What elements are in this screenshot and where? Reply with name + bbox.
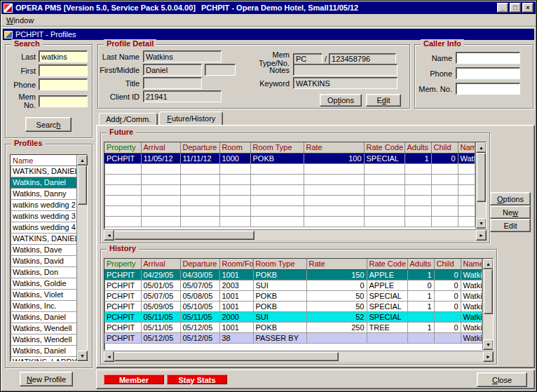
- empty-row[interactable]: [104, 216, 475, 227]
- list-item[interactable]: Watkins, Violet: [11, 290, 76, 301]
- scroll-right-icon[interactable]: ►: [476, 230, 487, 241]
- first-input[interactable]: [39, 65, 88, 76]
- new-profile-button[interactable]: New Profile: [20, 372, 73, 386]
- phone-input[interactable]: [39, 79, 88, 90]
- close-button[interactable]: Close: [477, 372, 527, 387]
- last-input[interactable]: [39, 50, 88, 62]
- scroll-right-icon[interactable]: ►: [483, 351, 494, 362]
- scroll-down-icon[interactable]: ▼: [77, 351, 88, 361]
- list-item[interactable]: watkins wedding 4: [11, 222, 76, 234]
- table-cell: 0: [407, 280, 434, 290]
- future-options-button[interactable]: Options: [490, 192, 531, 205]
- table-cell: [458, 216, 475, 227]
- table-row[interactable]: PCHPIT05/09/0505/10/051001POKB50SPECIAL1…: [104, 301, 482, 311]
- scroll-up-icon[interactable]: ▲: [77, 155, 88, 165]
- table-cell: SUI: [253, 280, 306, 290]
- client-id-field[interactable]: [143, 90, 222, 102]
- history-hscrollbar[interactable]: ◄ ►: [104, 351, 494, 361]
- scroll-up-icon[interactable]: ▲: [476, 142, 487, 153]
- future-legend: Future: [107, 128, 136, 136]
- table-cell: Watkins, Da: [461, 280, 482, 290]
- table-row[interactable]: PCHPIT05/12/0505/12/0538PASSER BYWatkins…: [104, 332, 482, 343]
- menu-window[interactable]: Window: [6, 16, 34, 25]
- list-item[interactable]: Watkins, Inc.: [11, 301, 76, 312]
- table-row[interactable]: PCHPIT05/11/0505/12/051001POKB250TREE10W…: [104, 322, 482, 332]
- list-item[interactable]: WATKINS, DANIEL: [11, 166, 76, 177]
- scroll-left-icon[interactable]: ◄: [104, 351, 114, 362]
- scroll-thumb[interactable]: [114, 352, 339, 361]
- mem-type-field[interactable]: [293, 53, 322, 65]
- future-edit-button[interactable]: Edit: [490, 219, 531, 232]
- future-new-button[interactable]: New: [490, 205, 531, 219]
- table-row[interactable]: PCHPIT11/05/1211/11/121000POKB100SPECIAL…: [104, 153, 475, 163]
- scroll-thumb[interactable]: [114, 231, 254, 240]
- minimize-icon[interactable]: _: [497, 3, 508, 13]
- table-row[interactable]: PCHPIT05/01/0505/07/052003SUI0APPLE00Wat…: [104, 280, 482, 290]
- list-item[interactable]: Watkins, Daniel: [11, 177, 76, 189]
- scroll-left-icon[interactable]: ◄: [104, 230, 114, 241]
- title-field[interactable]: [143, 77, 202, 89]
- empty-row[interactable]: [104, 205, 475, 216]
- list-item[interactable]: watkins wedding 2: [11, 200, 76, 211]
- profiles-scrollbar[interactable]: ▲ ▼: [76, 155, 87, 361]
- history-group: History PropertyArrivalDepartureRoom/Fol…: [100, 249, 497, 365]
- member-lamp[interactable]: Member: [104, 374, 164, 384]
- scroll-thumb[interactable]: [477, 153, 486, 202]
- scroll-thumb[interactable]: [484, 269, 493, 314]
- list-item[interactable]: Watkins, Dave: [11, 245, 76, 256]
- detail-options-button[interactable]: Options: [320, 94, 362, 107]
- empty-row[interactable]: [104, 184, 475, 195]
- future-table: PropertyArrivalDepartureRoomRoom TypeRat…: [104, 142, 487, 229]
- middle-name-field[interactable]: [205, 64, 236, 76]
- table-cell: [180, 184, 219, 195]
- stay-stats-lamp[interactable]: Stay Stats: [167, 374, 227, 384]
- list-item[interactable]: Watkins, Danny: [11, 189, 76, 200]
- table-cell: Watkins, Da: [461, 269, 482, 280]
- caller-phone-input[interactable]: [456, 67, 520, 79]
- list-item[interactable]: Watkins, Wendell: [11, 323, 76, 334]
- empty-row[interactable]: [104, 195, 475, 205]
- table-cell: 05/11/05: [141, 322, 180, 332]
- scroll-down-icon[interactable]: ▼: [476, 218, 487, 229]
- empty-row[interactable]: [104, 174, 475, 184]
- list-item[interactable]: Watkins, Daniel: [11, 346, 76, 357]
- mem-no-field[interactable]: [329, 53, 396, 65]
- scroll-down-icon[interactable]: ▼: [483, 339, 494, 350]
- first-name-field[interactable]: [143, 64, 202, 76]
- caller-mem-no-input[interactable]: [456, 83, 520, 95]
- list-item[interactable]: Watkins, David: [11, 256, 76, 267]
- scroll-thumb[interactable]: [78, 165, 87, 205]
- list-item[interactable]: watkins wedding 3: [11, 211, 76, 222]
- list-item[interactable]: WATKINS, LARRY: [11, 357, 76, 361]
- detail-edit-button[interactable]: Edit: [366, 94, 401, 107]
- maximize-icon[interactable]: □: [510, 3, 521, 13]
- table-row[interactable]: PCHPIT04/29/0504/30/051001POKB150APPLE10…: [104, 269, 482, 280]
- table-cell: [458, 205, 475, 216]
- close-icon[interactable]: ×: [522, 3, 533, 13]
- list-item[interactable]: Watkins, Daniel: [11, 312, 76, 323]
- mem-no-input[interactable]: [39, 95, 88, 107]
- future-header-row: PropertyArrivalDepartureRoomRoom TypeRat…: [104, 142, 475, 153]
- history-vscrollbar[interactable]: ▲ ▼: [482, 259, 493, 350]
- future-hscrollbar[interactable]: ◄ ►: [104, 229, 487, 240]
- list-item[interactable]: Watkins, Don: [11, 267, 76, 278]
- table-cell: [141, 205, 180, 216]
- table-row[interactable]: PCHPIT05/11/0505/11/052000SUI52SPECIALWa…: [104, 311, 482, 322]
- table-cell: POKB: [253, 301, 306, 311]
- future-vscrollbar[interactable]: ▲ ▼: [475, 142, 486, 229]
- tab-future-history[interactable]: Future/History: [159, 111, 223, 126]
- last-name-field[interactable]: [143, 50, 222, 62]
- table-cell: [219, 174, 250, 184]
- notes-field[interactable]: [293, 64, 397, 76]
- table-cell: 11/11/12: [180, 153, 219, 163]
- keyword-field[interactable]: [293, 77, 397, 89]
- list-item[interactable]: WATKINS, DANIEL: [11, 234, 76, 245]
- scroll-up-icon[interactable]: ▲: [483, 259, 494, 269]
- caller-name-input[interactable]: [456, 52, 520, 64]
- empty-row[interactable]: [104, 163, 475, 174]
- profile-detail-group: Profile Detail Last Name First/Middle Ti…: [97, 44, 410, 109]
- search-button[interactable]: Search: [25, 117, 72, 132]
- table-row[interactable]: PCHPIT05/07/0505/08/051001POKB50SPECIAL1…: [104, 290, 482, 301]
- list-item[interactable]: Watkins, Wendell: [11, 334, 76, 346]
- list-item[interactable]: Watkins, Goldie: [11, 278, 76, 290]
